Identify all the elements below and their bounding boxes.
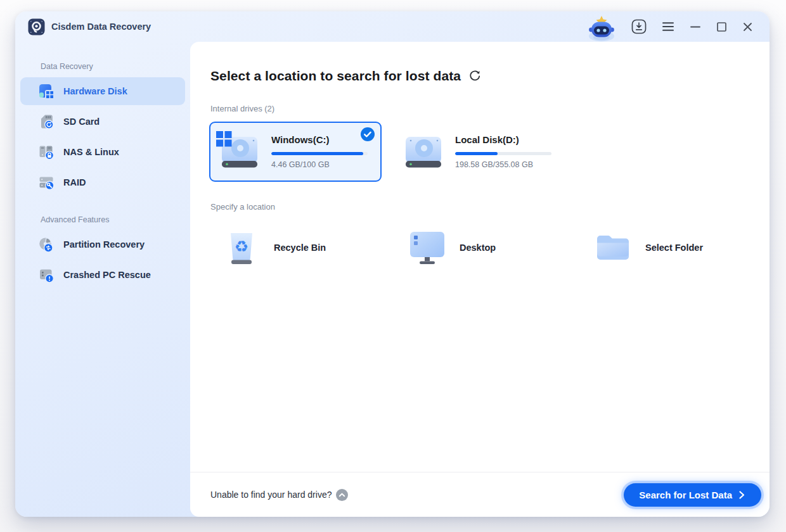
location-label: Select Folder	[645, 243, 703, 253]
titlebar: Cisdem Data Recovery	[15, 11, 770, 42]
menu-icon[interactable]	[662, 22, 674, 32]
chevron-up-circle-icon[interactable]	[336, 489, 348, 501]
app-window: Cisdem Data Recovery	[15, 11, 770, 517]
drive-name: Local Disk(D:)	[455, 134, 551, 145]
sidebar-item-label: RAID	[63, 177, 86, 187]
main-panel: Select a location to search for lost dat…	[190, 42, 770, 517]
raid-icon	[38, 174, 55, 191]
crashed-pc-rescue-icon	[38, 267, 55, 283]
search-for-lost-data-button[interactable]: Search for Lost Data	[624, 483, 761, 507]
sidebar-item-label: Hardware Disk	[63, 86, 127, 96]
minimize-icon[interactable]	[690, 21, 701, 32]
sidebar-item-partition-recovery[interactable]: Partition Recovery	[20, 231, 185, 258]
sd-card-icon	[38, 113, 55, 130]
sidebar-item-nas-linux[interactable]: NAS & Linux	[20, 138, 185, 166]
drive-card-windows-c[interactable]: Windows(C:) 4.46 GB/100 GB	[209, 122, 382, 182]
location-label: Recycle Bin	[274, 243, 326, 253]
desktop-icon	[409, 229, 446, 266]
sidebar-item-raid[interactable]: RAID	[20, 168, 185, 196]
drive-list: Windows(C:) 4.46 GB/100 GB	[209, 122, 770, 182]
sidebar-item-label: SD Card	[63, 117, 100, 127]
drive-usage-text: 4.46 GB/100 GB	[271, 160, 368, 169]
hard-drive-help-toggle[interactable]: Unable to find your hard drive?	[210, 489, 348, 501]
specify-location-label: Specify a location	[210, 202, 770, 212]
location-desktop[interactable]: Desktop	[409, 229, 595, 266]
search-button-label: Search for Lost Data	[639, 490, 732, 500]
location-list: ♻ Recycle Bin	[223, 229, 770, 266]
drive-usage-text: 198.58 GB/355.08 GB	[455, 160, 551, 169]
sidebar-item-hardware-disk[interactable]: Hardware Disk	[20, 77, 185, 105]
recycle-bin-icon: ♻	[223, 229, 260, 266]
location-select-folder[interactable]: Select Folder	[595, 229, 770, 266]
section-label-data-recovery: Data Recovery	[41, 62, 190, 71]
hardware-disk-icon	[38, 83, 55, 99]
titlebar-controls	[587, 11, 753, 42]
sidebar-item-label: Crashed PC Rescue	[63, 270, 151, 280]
hard-drive-icon	[219, 136, 260, 168]
location-recycle-bin[interactable]: ♻ Recycle Bin	[223, 229, 409, 266]
maximize-icon[interactable]	[716, 22, 727, 32]
sidebar-item-sd-card[interactable]: SD Card	[20, 108, 185, 136]
page-title: Select a location to search for lost dat…	[210, 68, 461, 84]
section-label-advanced-features: Advanced Features	[41, 215, 190, 224]
app-logo-icon	[28, 18, 45, 35]
close-icon[interactable]	[742, 22, 753, 32]
sidebar-item-label: NAS & Linux	[63, 147, 119, 157]
refresh-icon[interactable]	[468, 70, 481, 82]
chevron-right-icon	[738, 490, 746, 500]
footer-bar: Unable to find your hard drive? Search f…	[190, 472, 770, 517]
drive-card-local-disk-d[interactable]: Local Disk(D:) 198.58 GB/355.08 GB	[393, 122, 565, 182]
drive-name: Windows(C:)	[271, 134, 368, 145]
sidebar-item-crashed-pc-rescue[interactable]: Crashed PC Rescue	[20, 261, 185, 289]
assistant-mascot-icon[interactable]	[587, 11, 616, 42]
location-label: Desktop	[460, 243, 496, 253]
drive-usage-bar	[455, 152, 551, 155]
sidebar: Data Recovery Hardware Disk	[15, 42, 190, 517]
drive-usage-bar	[271, 152, 368, 155]
select-folder-icon	[595, 229, 631, 266]
internal-drives-label: Internal drives (2)	[210, 104, 770, 113]
windows-logo-icon	[216, 131, 232, 147]
selected-check-icon	[361, 127, 375, 141]
nas-linux-icon	[38, 144, 55, 160]
download-icon[interactable]	[631, 19, 647, 34]
desktop-background: Cisdem Data Recovery	[0, 0, 786, 532]
help-text: Unable to find your hard drive?	[210, 490, 332, 500]
app-title: Cisdem Data Recovery	[51, 22, 151, 32]
sidebar-item-label: Partition Recovery	[63, 239, 145, 250]
svg-text:♻: ♻	[235, 238, 248, 256]
partition-recovery-icon	[38, 236, 55, 253]
hard-drive-icon	[403, 136, 444, 168]
